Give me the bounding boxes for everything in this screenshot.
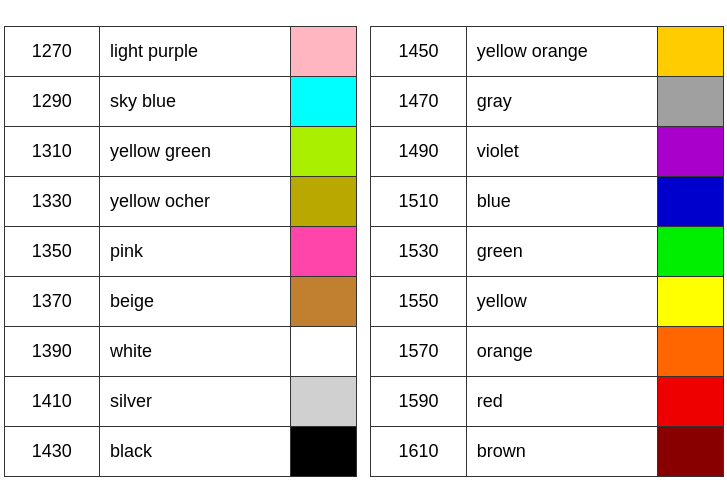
table-row: 1270light purple1450yellow orange [4, 26, 723, 76]
right-name-7: red [466, 376, 657, 426]
left-swatch-0 [291, 26, 357, 76]
left-code-2: 1310 [4, 126, 100, 176]
table-row: 1330yellow ocher1510blue [4, 176, 723, 226]
right-code-8: 1610 [371, 426, 467, 476]
spacer-5 [356, 276, 370, 326]
table-row: 1290sky blue1470gray [4, 76, 723, 126]
left-name-2: yellow green [100, 126, 291, 176]
left-code-8: 1430 [4, 426, 100, 476]
left-name-3: yellow ocher [100, 176, 291, 226]
table-row: 1370beige1550yellow [4, 276, 723, 326]
right-swatch-5 [657, 276, 723, 326]
spacer-3 [356, 176, 370, 226]
right-code-7: 1590 [371, 376, 467, 426]
table-row: 1430black1610brown [4, 426, 723, 476]
left-code-4: 1350 [4, 226, 100, 276]
left-swatch-4 [291, 226, 357, 276]
left-name-4: pink [100, 226, 291, 276]
right-code-3: 1510 [371, 176, 467, 226]
right-swatch-0 [657, 26, 723, 76]
right-code-2: 1490 [371, 126, 467, 176]
left-swatch-5 [291, 276, 357, 326]
right-code-1: 1470 [371, 76, 467, 126]
right-swatch-4 [657, 226, 723, 276]
spacer-0 [356, 26, 370, 76]
right-code-0: 1450 [371, 26, 467, 76]
spacer-8 [356, 426, 370, 476]
color-table: 1270light purple1450yellow orange1290sky… [4, 26, 724, 477]
right-name-5: yellow [466, 276, 657, 326]
left-name-8: black [100, 426, 291, 476]
right-name-2: violet [466, 126, 657, 176]
spacer-1 [356, 76, 370, 126]
left-swatch-3 [291, 176, 357, 226]
table-row: 1350pink1530green [4, 226, 723, 276]
spacer-4 [356, 226, 370, 276]
left-name-1: sky blue [100, 76, 291, 126]
left-swatch-6 [291, 326, 357, 376]
left-name-6: white [100, 326, 291, 376]
left-code-1: 1290 [4, 76, 100, 126]
table-row: 1390white1570orange [4, 326, 723, 376]
right-swatch-7 [657, 376, 723, 426]
left-name-7: silver [100, 376, 291, 426]
left-code-6: 1390 [4, 326, 100, 376]
left-code-7: 1410 [4, 376, 100, 426]
left-name-0: light purple [100, 26, 291, 76]
left-swatch-7 [291, 376, 357, 426]
right-code-5: 1550 [371, 276, 467, 326]
spacer-7 [356, 376, 370, 426]
right-swatch-2 [657, 126, 723, 176]
left-code-0: 1270 [4, 26, 100, 76]
left-name-5: beige [100, 276, 291, 326]
left-swatch-2 [291, 126, 357, 176]
right-swatch-3 [657, 176, 723, 226]
right-name-3: blue [466, 176, 657, 226]
left-swatch-8 [291, 426, 357, 476]
right-name-1: gray [466, 76, 657, 126]
left-code-5: 1370 [4, 276, 100, 326]
right-name-4: green [466, 226, 657, 276]
spacer-2 [356, 126, 370, 176]
right-code-4: 1530 [371, 226, 467, 276]
right-name-8: brown [466, 426, 657, 476]
right-swatch-1 [657, 76, 723, 126]
left-code-3: 1330 [4, 176, 100, 226]
right-swatch-8 [657, 426, 723, 476]
right-name-0: yellow orange [466, 26, 657, 76]
right-code-6: 1570 [371, 326, 467, 376]
spacer-6 [356, 326, 370, 376]
right-swatch-6 [657, 326, 723, 376]
left-swatch-1 [291, 76, 357, 126]
right-name-6: orange [466, 326, 657, 376]
table-row: 1410silver1590red [4, 376, 723, 426]
table-row: 1310yellow green1490violet [4, 126, 723, 176]
